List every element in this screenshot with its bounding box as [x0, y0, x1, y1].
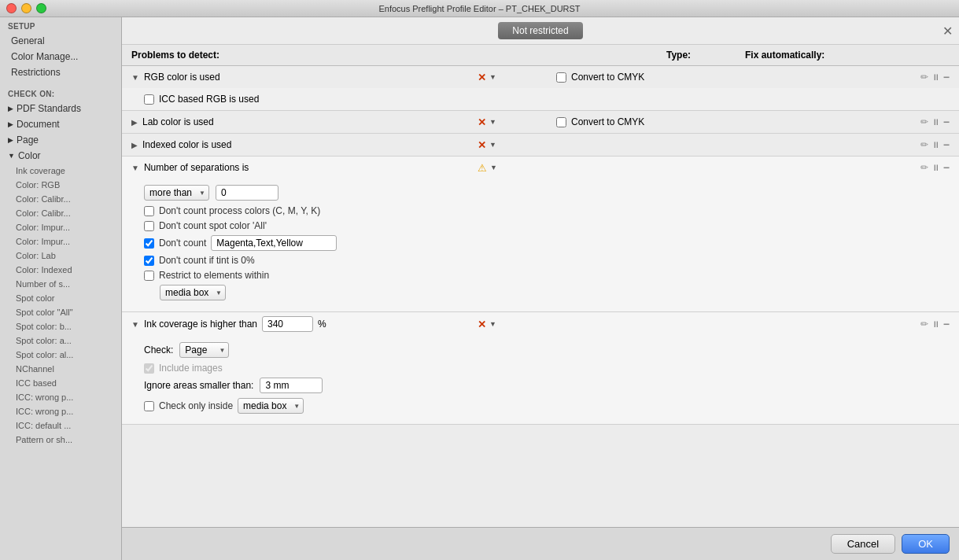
sidebar-item-color-rgb[interactable]: Color: RGB	[0, 178, 121, 192]
problem-label-lab: Lab color is used	[142, 116, 214, 127]
sidebar-item-general[interactable]: General	[0, 33, 121, 49]
close-panel-button[interactable]: ✕	[942, 24, 953, 39]
remove-icon-lab[interactable]: −	[943, 116, 950, 128]
pause-icon-separations[interactable]: ⏸	[931, 163, 940, 172]
check-only-dropdown-wrapper: media box trim box bleed box	[238, 398, 304, 414]
fix-checkbox-rgb[interactable]	[556, 72, 566, 83]
sidebar-item-spot-color-al[interactable]: Spot color: al...	[0, 348, 121, 362]
problem-row-separations: ▼ Number of separations is ⚠ ▼ ✏ ⏸ −	[122, 157, 959, 179]
sidebar-group-document-label: Document	[17, 119, 60, 130]
type-dropdown-rgb[interactable]: ▼	[489, 73, 496, 81]
sidebar-item-spot-color-b[interactable]: Spot color: b...	[0, 319, 121, 333]
ok-button[interactable]: OK	[902, 534, 950, 554]
check-only-inside-checkbox[interactable]	[144, 401, 154, 411]
sidebar-item-icc-based[interactable]: ICC based	[0, 376, 121, 390]
sidebar-item-spot-color[interactable]: Spot color	[0, 291, 121, 305]
problem-label-indexed: Indexed color is used	[142, 139, 231, 150]
dont-count-tint-label: Don't count if tint is 0%	[159, 255, 255, 266]
not-restricted-button[interactable]: Not restricted	[498, 22, 582, 39]
restrict-dropdown[interactable]: media box trim box bleed box crop box	[160, 285, 226, 300]
minimize-button[interactable]	[21, 3, 31, 13]
type-dropdown-ink-coverage[interactable]: ▼	[489, 320, 496, 328]
pause-icon-rgb[interactable]: ⏸	[931, 72, 940, 82]
pause-icon-lab[interactable]: ⏸	[931, 117, 940, 127]
dont-count-process-checkbox[interactable]	[144, 206, 154, 216]
dont-count-magenta-checkbox[interactable]	[144, 238, 154, 249]
expand-lab-arrow[interactable]: ▶	[131, 118, 138, 127]
close-button[interactable]	[6, 3, 17, 13]
sidebar-item-nchannel[interactable]: NChannel	[0, 362, 121, 376]
sidebar-group-page[interactable]: ▶ Page	[0, 132, 121, 148]
dont-count-tint-row: Don't count if tint is 0%	[144, 255, 950, 266]
problem-title-separations: ▼ Number of separations is	[131, 162, 478, 173]
sidebar-group-document[interactable]: ▶ Document	[0, 116, 121, 132]
pause-icon-ink-coverage[interactable]: ⏸	[931, 319, 940, 329]
ink-check-dropdown[interactable]: Page Object	[179, 342, 229, 358]
edit-icon-ink-coverage[interactable]: ✏	[920, 319, 928, 330]
dont-count-process-row: Don't count process colors (C, M, Y, K)	[144, 205, 950, 216]
cancel-button[interactable]: Cancel	[831, 534, 895, 554]
type-cell-separations: ⚠ ▼	[478, 162, 556, 174]
problem-row-indexed: ▶ Indexed color is used ✕ ▼ ✏ ⏸ −	[122, 134, 959, 156]
sidebar-item-pattern[interactable]: Pattern or sh...	[0, 433, 121, 447]
remove-icon-rgb[interactable]: −	[943, 71, 950, 83]
problems-header: Problems to detect: Type: Fix automatica…	[122, 45, 959, 66]
include-images-checkbox[interactable]	[144, 363, 154, 374]
sidebar-item-icc-wrong2[interactable]: ICC: wrong p...	[0, 404, 121, 418]
sidebar-item-color-lab[interactable]: Color: Lab	[0, 249, 121, 263]
edit-icon-separations[interactable]: ✏	[920, 162, 928, 173]
sidebar-item-icc-default[interactable]: ICC: default ...	[0, 418, 121, 433]
ink-coverage-unit: %	[318, 319, 326, 330]
remove-icon-indexed[interactable]: −	[943, 138, 950, 151]
sidebar-item-icc-wrong1[interactable]: ICC: wrong p...	[0, 390, 121, 404]
type-label: Type:	[666, 50, 745, 61]
ink-check-row: Check: Page Object	[144, 342, 950, 358]
icc-rgb-checkbox[interactable]	[144, 94, 154, 105]
not-restricted-bar: Not restricted ✕	[122, 17, 959, 45]
sidebar-item-color-impur1[interactable]: Color: Impur...	[0, 220, 121, 234]
separations-condition-dropdown[interactable]: more than less than equal to	[144, 185, 209, 201]
sidebar-group-pdf[interactable]: ▶ PDF Standards	[0, 101, 121, 116]
remove-icon-separations[interactable]: −	[943, 161, 950, 174]
separations-value-input[interactable]	[216, 185, 278, 201]
type-dropdown-indexed[interactable]: ▼	[489, 141, 496, 149]
ignore-areas-input[interactable]	[260, 378, 323, 393]
expand-rgb-arrow[interactable]: ▼	[131, 73, 139, 82]
type-dropdown-lab[interactable]: ▼	[489, 118, 496, 126]
restrict-elements-checkbox[interactable]	[144, 271, 154, 281]
ink-coverage-controls: Check: Page Object Include images	[122, 336, 959, 424]
expand-ink-coverage-arrow[interactable]: ▼	[131, 320, 139, 329]
arrow-icon: ▼	[8, 152, 15, 160]
problem-section-rgb: ▼ RGB color is used ✕ ▼ Convert to CMYK …	[122, 66, 959, 111]
dont-count-tint-checkbox[interactable]	[144, 256, 154, 266]
sidebar-item-color-indexed[interactable]: Color: Indexed	[0, 263, 121, 277]
fix-cell-rgb: Convert to CMYK	[556, 72, 902, 83]
dont-count-spot-checkbox[interactable]	[144, 221, 154, 231]
window-controls[interactable]	[6, 3, 46, 13]
edit-icon-indexed[interactable]: ✏	[920, 139, 928, 150]
sidebar-item-spot-color-a[interactable]: Spot color: a...	[0, 333, 121, 348]
sidebar-item-color-manage[interactable]: Color Manage...	[0, 49, 121, 64]
separations-condition-row: more than less than equal to	[144, 185, 950, 201]
sidebar-item-spot-color-all[interactable]: Spot color "All"	[0, 305, 121, 319]
edit-icon-lab[interactable]: ✏	[920, 116, 928, 127]
sidebar-group-color[interactable]: ▼ Color	[0, 148, 121, 164]
expand-separations-arrow[interactable]: ▼	[131, 164, 139, 172]
sidebar-item-color-impur2[interactable]: Color: Impur...	[0, 234, 121, 249]
expand-indexed-arrow[interactable]: ▶	[131, 141, 138, 149]
sidebar-item-restrictions[interactable]: Restrictions	[0, 64, 121, 80]
remove-icon-ink-coverage[interactable]: −	[943, 318, 950, 330]
sidebar-item-color-calibr1[interactable]: Color: Calibr...	[0, 192, 121, 206]
ink-coverage-value-input[interactable]	[262, 316, 313, 332]
pause-icon-indexed[interactable]: ⏸	[931, 140, 940, 149]
edit-icon-rgb[interactable]: ✏	[920, 72, 928, 83]
fix-checkbox-lab[interactable]	[556, 117, 566, 127]
sidebar-item-number-of-s[interactable]: Number of s...	[0, 277, 121, 291]
sidebar-item-color-calibr2[interactable]: Color: Calibr...	[0, 206, 121, 220]
sidebar-item-ink-coverage[interactable]: Ink coverage	[0, 164, 121, 178]
dont-count-magenta-input[interactable]	[211, 235, 337, 251]
check-only-dropdown[interactable]: media box trim box bleed box	[238, 398, 304, 414]
fix-label-lab: Convert to CMYK	[571, 116, 644, 127]
type-dropdown-separations[interactable]: ▼	[490, 164, 497, 171]
maximize-button[interactable]	[36, 3, 46, 13]
